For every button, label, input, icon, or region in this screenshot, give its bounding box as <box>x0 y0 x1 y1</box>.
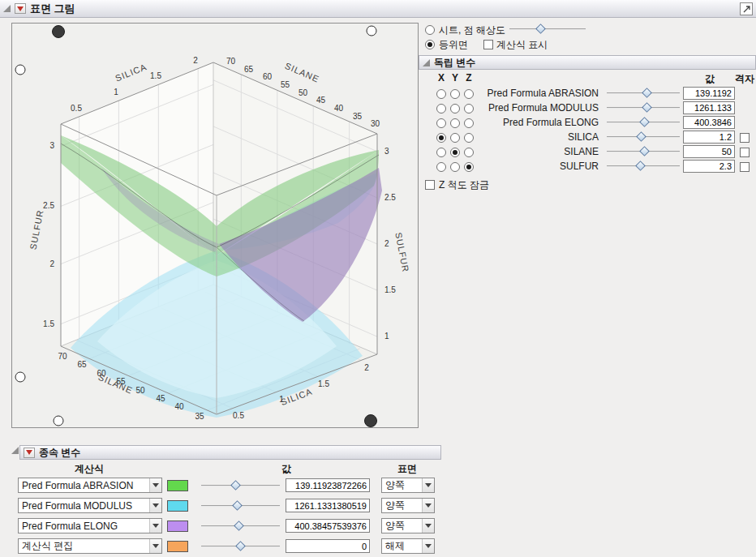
formula-select[interactable]: 계산식 편집 <box>18 538 162 554</box>
rotation-handle[interactable] <box>367 26 376 36</box>
chevron-down-icon[interactable] <box>149 478 161 492</box>
slider-thumb[interactable] <box>536 24 547 34</box>
x-radio[interactable] <box>436 162 446 172</box>
slider-thumb[interactable] <box>642 102 652 113</box>
slider-thumb[interactable] <box>230 480 241 491</box>
variable-slider[interactable] <box>607 147 680 156</box>
surface-plot-area[interactable]: 0.5 1 1.5 2 70 65 60 55 50 45 40 35 30 3… <box>11 23 419 428</box>
chevron-down-icon[interactable] <box>149 539 161 553</box>
chevron-down-icon[interactable] <box>422 478 434 492</box>
z-radio[interactable] <box>464 133 474 143</box>
grid-checkbox[interactable] <box>740 162 750 172</box>
formula-select[interactable]: Pred Formula ELONG <box>18 518 162 533</box>
rotation-handle[interactable] <box>15 372 25 382</box>
x-radio[interactable] <box>436 89 446 99</box>
y-radio[interactable] <box>450 104 460 114</box>
dependent-value-input[interactable] <box>286 539 370 553</box>
rotation-handle-dark[interactable] <box>365 415 377 427</box>
chevron-down-icon[interactable] <box>149 519 161 533</box>
dependent-value-slider[interactable] <box>201 521 280 531</box>
formula-select[interactable]: Pred Formula MODULUS <box>18 498 162 513</box>
surface-mode-select[interactable]: 양쪽 <box>381 518 435 533</box>
rotation-handle[interactable] <box>15 65 25 75</box>
collapse-triangle-icon[interactable] <box>11 447 19 454</box>
independent-row: SILICA <box>422 131 754 145</box>
slider-thumb[interactable] <box>636 131 646 142</box>
variable-label: SULFUR <box>479 161 599 172</box>
dependent-value-slider[interactable] <box>201 501 280 511</box>
y-radio[interactable] <box>450 162 460 172</box>
tick-label: 50 <box>135 386 145 395</box>
slider-thumb[interactable] <box>232 500 243 511</box>
dependent-variables-title: 종속 변수 <box>39 446 80 460</box>
tick-label: 40 <box>174 402 184 411</box>
variable-value-input[interactable] <box>683 101 735 114</box>
y-radio[interactable] <box>450 148 460 157</box>
y-radio[interactable] <box>450 133 460 143</box>
variable-value-input[interactable] <box>683 145 735 158</box>
dependent-value-slider[interactable] <box>201 542 280 551</box>
open-window-icon[interactable] <box>740 2 753 15</box>
z-radio[interactable] <box>464 148 474 157</box>
dependent-value-input[interactable] <box>286 478 370 492</box>
chevron-down-icon[interactable] <box>422 539 434 553</box>
surface-color-swatch[interactable] <box>167 521 188 532</box>
variable-slider[interactable] <box>607 118 680 127</box>
variable-slider[interactable] <box>607 161 680 171</box>
z-radio[interactable] <box>464 104 474 114</box>
chevron-down-icon[interactable] <box>422 499 434 512</box>
variable-slider[interactable] <box>607 103 680 113</box>
variable-value-input[interactable] <box>683 116 735 129</box>
z-scale-lock-checkbox[interactable] <box>425 180 435 190</box>
red-triangle-menu-icon[interactable] <box>24 448 35 458</box>
tick-label: 40 <box>334 104 344 113</box>
variable-value-input[interactable] <box>683 87 735 100</box>
variable-slider[interactable] <box>607 88 680 98</box>
x-radio[interactable] <box>436 148 446 157</box>
slider-thumb[interactable] <box>235 541 246 551</box>
slider-thumb[interactable] <box>635 161 646 171</box>
variable-slider[interactable] <box>607 132 680 142</box>
surface-mode-select[interactable]: 양쪽 <box>381 498 435 513</box>
variable-value-input[interactable] <box>683 131 735 144</box>
y-radio[interactable] <box>450 118 460 128</box>
chevron-down-icon[interactable] <box>149 499 161 512</box>
grid-checkbox[interactable] <box>740 148 750 157</box>
surface-color-swatch[interactable] <box>167 480 188 491</box>
show-formula-checkbox[interactable] <box>483 40 493 49</box>
chevron-down-icon[interactable] <box>422 519 434 533</box>
z-radio[interactable] <box>464 162 474 172</box>
resolution-slider[interactable] <box>509 24 586 34</box>
collapse-triangle-icon[interactable] <box>423 59 430 66</box>
surface-color-swatch[interactable] <box>167 500 188 512</box>
rotation-handle-dark[interactable] <box>53 26 65 38</box>
x-radio[interactable] <box>436 133 446 143</box>
surface-mode-select[interactable]: 양쪽 <box>381 478 435 493</box>
z-radio[interactable] <box>464 89 474 99</box>
tick-label: 1.5 <box>43 319 54 328</box>
x-radio[interactable] <box>436 104 446 114</box>
slider-thumb[interactable] <box>642 88 652 98</box>
variable-value-input[interactable] <box>683 160 735 173</box>
dependent-value-slider[interactable] <box>201 481 280 491</box>
formula-select[interactable]: Pred Formula ABRASION <box>18 478 162 493</box>
sheet-points-radio[interactable] <box>425 25 435 35</box>
slider-thumb[interactable] <box>639 117 650 127</box>
surface-mode-select[interactable]: 해제 <box>381 538 435 554</box>
x-radio[interactable] <box>436 118 446 128</box>
red-triangle-menu-icon[interactable] <box>15 3 26 14</box>
dependent-variables-header: 종속 변수 <box>19 445 441 460</box>
slider-thumb[interactable] <box>639 146 650 156</box>
z-radio[interactable] <box>464 118 474 128</box>
variable-label: SILANE <box>479 146 599 157</box>
dependent-value-input[interactable] <box>286 519 370 533</box>
dependent-value-input[interactable] <box>286 499 370 512</box>
y-radio[interactable] <box>450 89 460 99</box>
slider-thumb[interactable] <box>234 521 244 531</box>
rotation-handle[interactable] <box>54 416 63 426</box>
surface-color-swatch[interactable] <box>167 541 188 552</box>
grid-checkbox[interactable] <box>740 133 750 143</box>
collapse-triangle-icon[interactable] <box>3 5 11 12</box>
isosurface-radio[interactable] <box>425 40 435 49</box>
independent-row: SULFUR <box>422 160 754 174</box>
